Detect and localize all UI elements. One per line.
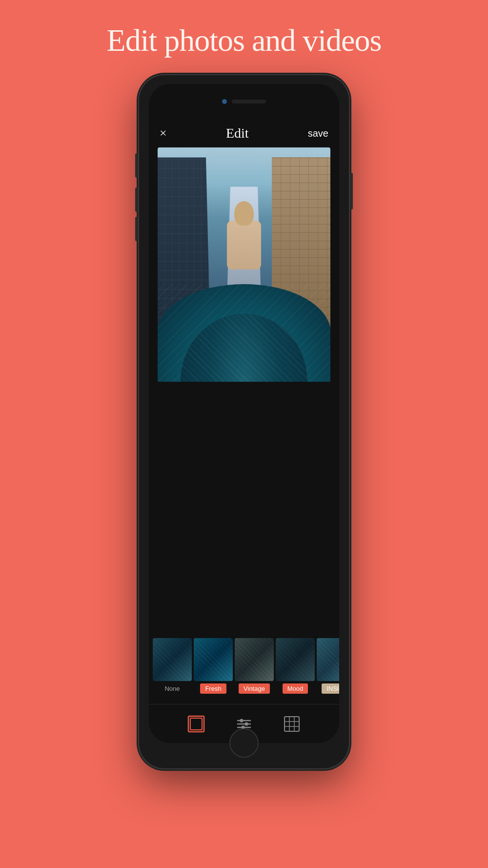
filter-none[interactable]: None [153, 638, 192, 694]
phone-screen: × Edit save [149, 84, 339, 743]
phone-shell: × Edit save [139, 75, 349, 768]
camera-notch [222, 99, 266, 104]
filter-thumb-inspr [317, 638, 339, 681]
filter-label-vintage: Vintage [239, 683, 270, 694]
header-title: Edit [226, 125, 249, 141]
svg-rect-1 [190, 718, 202, 730]
torso [227, 221, 261, 269]
filter-thumb-fresh [194, 638, 233, 681]
filters-tool-button[interactable] [184, 712, 208, 736]
app-header: × Edit save [149, 119, 339, 147]
filter-thumb-mood [276, 638, 315, 681]
filter-label-mood: Mood [283, 683, 308, 694]
filter-label-inspr: INSPR [322, 683, 339, 694]
filter-thumb-none [153, 638, 192, 681]
speaker-grill [232, 100, 266, 103]
head [234, 201, 254, 226]
filter-label-none: None [160, 683, 184, 694]
photo-frame [158, 147, 330, 382]
filter-label-fresh: Fresh [200, 683, 226, 694]
filter-inspr[interactable]: INSPR [317, 638, 339, 694]
status-bar [149, 84, 339, 119]
photo-background [158, 147, 330, 382]
photo-frame-icon [187, 715, 205, 733]
grid-tool-button[interactable] [280, 712, 304, 736]
filter-vintage[interactable]: Vintage [235, 638, 274, 694]
filters-container: None Fresh Vintage [149, 633, 339, 704]
save-button[interactable]: save [308, 128, 328, 139]
svg-rect-8 [285, 717, 299, 731]
svg-point-6 [245, 722, 248, 725]
svg-point-5 [240, 719, 244, 722]
filters-scroll: None Fresh Vintage [149, 638, 339, 694]
headline: Edit photos and videos [107, 23, 382, 58]
close-button[interactable]: × [160, 126, 167, 141]
camera-dot [222, 99, 227, 104]
filter-mood[interactable]: Mood [276, 638, 315, 694]
photo-area [149, 147, 339, 633]
filter-thumb-vintage [235, 638, 274, 681]
home-button[interactable] [229, 728, 259, 758]
filter-fresh[interactable]: Fresh [194, 638, 233, 694]
grid-icon [283, 715, 301, 733]
